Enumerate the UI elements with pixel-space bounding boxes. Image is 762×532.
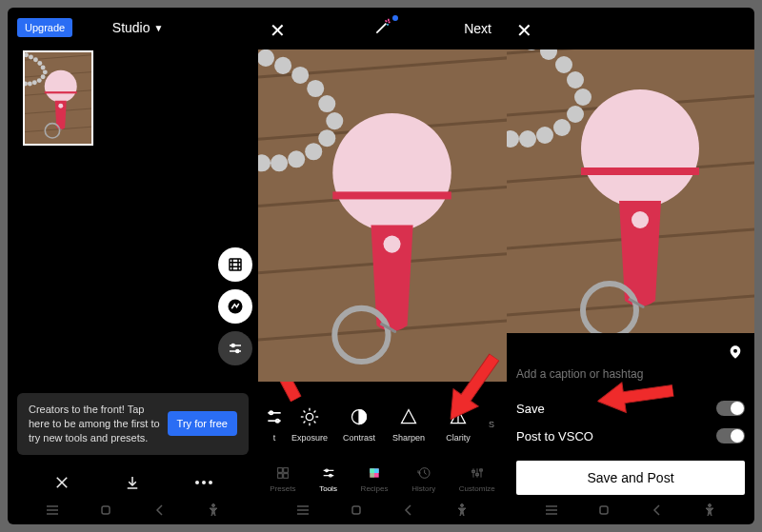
photo-thumbnail[interactable] — [23, 50, 93, 146]
adjust-fab[interactable] — [218, 331, 252, 365]
svg-point-38 — [202, 481, 206, 484]
android-nav — [507, 496, 754, 524]
tab-customize[interactable]: Customize — [459, 464, 495, 493]
recents-icon[interactable] — [543, 502, 560, 519]
svg-rect-23 — [230, 259, 241, 270]
montage-fab[interactable] — [218, 289, 252, 324]
svg-rect-72 — [370, 468, 374, 477]
home-icon[interactable] — [595, 502, 612, 519]
tool-partial-s[interactable]: S — [483, 420, 500, 429]
promo-banner: Creators to the front! Tap here to be am… — [17, 393, 249, 455]
tool-adjust-partial[interactable]: t — [264, 406, 285, 443]
svg-line-57 — [314, 411, 316, 413]
download-button[interactable] — [122, 472, 143, 493]
studio-screen: Upgrade Studio ▼ Creators to the front! … — [8, 8, 258, 524]
svg-point-30 — [231, 345, 234, 347]
post-photo — [507, 49, 754, 333]
try-free-button[interactable]: Try for free — [168, 411, 237, 436]
edit-photo[interactable] — [258, 49, 507, 382]
close-button[interactable]: ✕ — [516, 19, 532, 42]
tab-history[interactable]: History — [411, 464, 435, 493]
svg-point-84 — [461, 504, 464, 507]
svg-rect-64 — [278, 474, 283, 479]
post-vsco-toggle[interactable] — [716, 428, 745, 443]
studio-dropdown[interactable]: Studio ▼ — [112, 20, 164, 35]
tool-clarity[interactable]: Clarity — [433, 406, 483, 443]
bottom-action-row — [8, 466, 258, 499]
save-toggle[interactable] — [716, 401, 745, 416]
svg-rect-63 — [284, 468, 289, 473]
topbar: Upgrade Studio ▼ — [8, 14, 258, 41]
tab-recipes[interactable]: Recipes — [361, 464, 389, 493]
svg-point-37 — [195, 481, 199, 484]
accessibility-icon[interactable] — [453, 502, 471, 519]
edit-screen: ✕ Next t Exposure Contrast Sharpen — [258, 8, 507, 524]
tool-label: Clarity — [446, 433, 471, 443]
studio-label: Studio — [112, 20, 150, 35]
back-icon[interactable] — [400, 502, 417, 519]
close-button[interactable]: ✕ — [270, 19, 286, 42]
location-pin-icon[interactable] — [728, 343, 743, 365]
svg-point-39 — [209, 481, 212, 484]
promo-text: Creators to the front! Tap here to be am… — [29, 403, 160, 445]
back-icon[interactable] — [151, 502, 169, 519]
android-nav — [8, 496, 258, 524]
accessibility-icon[interactable] — [701, 502, 718, 519]
save-row: Save — [516, 401, 745, 416]
svg-line-54 — [304, 411, 306, 413]
magic-wand-icon[interactable] — [373, 17, 392, 41]
tool-scroller[interactable]: t Exposure Contrast Sharpen Clarity S — [258, 396, 507, 453]
post-vsco-label: Post to VSCO — [516, 429, 593, 443]
accessibility-icon[interactable] — [205, 502, 222, 519]
svg-rect-62 — [278, 468, 283, 473]
svg-point-85 — [733, 349, 737, 353]
svg-point-32 — [236, 350, 239, 353]
caption-input[interactable] — [516, 367, 745, 381]
save-label: Save — [516, 402, 545, 416]
svg-point-90 — [709, 504, 712, 507]
svg-point-49 — [306, 413, 312, 420]
close-button[interactable] — [51, 472, 72, 493]
chevron-down-icon: ▼ — [154, 23, 164, 33]
upgrade-button[interactable]: Upgrade — [17, 18, 72, 37]
svg-rect-65 — [284, 474, 289, 479]
svg-rect-43 — [102, 506, 110, 514]
svg-rect-83 — [352, 506, 360, 514]
tool-contrast[interactable]: Contrast — [334, 406, 384, 443]
svg-line-56 — [304, 422, 306, 424]
svg-point-44 — [211, 504, 214, 507]
tool-label: Contrast — [343, 433, 375, 443]
tab-presets[interactable]: Presets — [270, 464, 295, 493]
tool-exposure[interactable]: Exposure — [285, 406, 334, 443]
save-and-post-button[interactable]: Save and Post — [516, 461, 745, 495]
android-nav — [258, 496, 507, 524]
back-icon[interactable] — [649, 502, 666, 519]
recents-icon[interactable] — [294, 502, 311, 519]
tool-label: Exposure — [291, 433, 328, 443]
tool-sharpen[interactable]: Sharpen — [384, 406, 433, 443]
home-icon[interactable] — [348, 502, 365, 519]
post-vsco-row: Post to VSCO — [516, 428, 745, 443]
svg-line-55 — [314, 422, 316, 424]
more-button[interactable] — [193, 472, 214, 493]
recents-icon[interactable] — [44, 502, 61, 519]
film-fab[interactable] — [218, 247, 252, 282]
svg-rect-89 — [600, 506, 608, 514]
tool-label: Sharpen — [392, 433, 425, 443]
tab-tools[interactable]: Tools — [319, 464, 337, 493]
svg-marker-59 — [402, 410, 416, 424]
home-icon[interactable] — [97, 502, 114, 519]
next-button[interactable]: Next — [464, 21, 491, 36]
post-screen: ✕ Save Post to VSCO Save and Post — [507, 8, 754, 524]
